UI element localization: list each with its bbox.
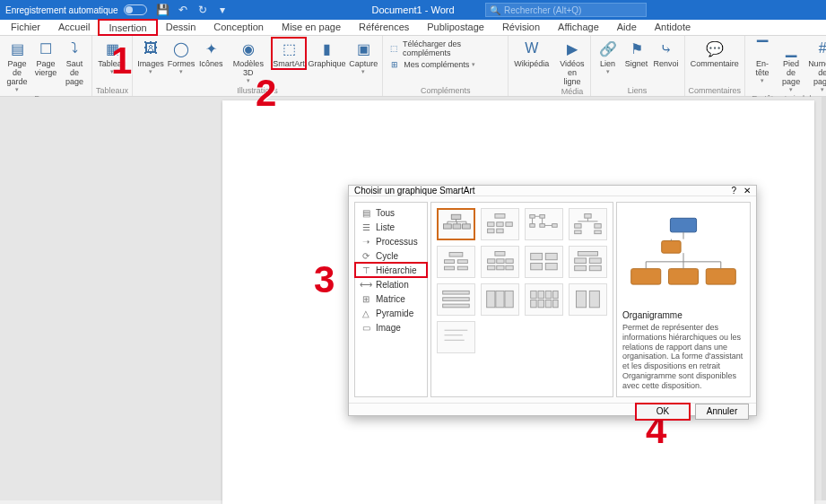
btn-get-addins[interactable]: ⬚Télécharger des compléments xyxy=(388,39,502,57)
svg-rect-30 xyxy=(595,230,601,234)
btn-3d-models[interactable]: ◉Modèles 3D xyxy=(226,38,270,85)
cat-cycle[interactable]: ⟳Cycle xyxy=(355,248,427,263)
search-icon: 🔍 xyxy=(490,5,500,15)
btn-comment[interactable]: 💬Commentaire xyxy=(689,38,741,69)
tab-publipostage[interactable]: Publipostage xyxy=(418,20,493,35)
autosave-toggle[interactable] xyxy=(124,4,147,15)
tab-accueil[interactable]: Accueil xyxy=(49,20,99,35)
svg-rect-34 xyxy=(445,267,455,271)
btn-my-addins[interactable]: ⊞Mes compléments xyxy=(388,58,475,71)
btn-images[interactable]: 🖼Images xyxy=(136,38,165,76)
btn-smartart[interactable]: ⬚SmartArt xyxy=(272,38,305,69)
btn-page-break[interactable]: ⤵Saut de page xyxy=(61,38,88,87)
btn-link[interactable]: 🔗Lien xyxy=(595,38,622,76)
layout-thumb[interactable] xyxy=(569,246,607,278)
ok-button[interactable]: OK xyxy=(636,404,690,420)
layout-thumb[interactable] xyxy=(525,283,563,316)
btn-footer[interactable]: ▁Pied de page xyxy=(778,38,804,94)
relation-icon: ⟷ xyxy=(361,279,371,290)
group-pages: ▤Page de garde ☐Page vierge ⤵Saut de pag… xyxy=(0,36,92,96)
btn-icons[interactable]: ✦Icônes xyxy=(197,38,224,69)
layout-thumb[interactable] xyxy=(437,246,475,278)
tab-aide[interactable]: Aide xyxy=(608,20,646,35)
dialog-close-icon[interactable]: ✕ xyxy=(743,186,751,196)
cat-hierarchy[interactable]: ⊤Hiérarchie xyxy=(355,263,427,277)
svg-rect-65 xyxy=(553,300,559,308)
btn-screenshot[interactable]: ▣Capture xyxy=(348,38,378,76)
layout-thumb[interactable] xyxy=(481,246,519,278)
btn-shapes[interactable]: ◯Formes xyxy=(167,38,196,76)
tab-antidote[interactable]: Antidote xyxy=(646,20,700,35)
pyramid-icon: △ xyxy=(361,308,371,318)
group-illustrations: 🖼Images ◯Formes ✦Icônes ◉Modèles 3D ⬚Sma… xyxy=(133,36,383,96)
cat-relation[interactable]: ⟷Relation xyxy=(355,277,427,291)
tab-dessin[interactable]: Dessin xyxy=(157,20,205,35)
shapes-icon: ◯ xyxy=(171,39,191,58)
svg-rect-52 xyxy=(443,291,470,295)
vertical-scrollbar[interactable] xyxy=(822,97,826,500)
autosave-label: Enregistrement automatique xyxy=(5,5,118,15)
layout-thumb[interactable] xyxy=(569,283,607,316)
btn-blank-page[interactable]: ☐Page vierge xyxy=(32,38,59,78)
qat-more-icon[interactable]: ▾ xyxy=(215,3,230,17)
btn-table[interactable]: ▦Tableau xyxy=(96,38,128,76)
cat-all[interactable]: ▤Tous xyxy=(355,205,427,220)
layout-thumb[interactable] xyxy=(569,208,607,240)
all-icon: ▤ xyxy=(361,207,371,218)
tab-conception[interactable]: Conception xyxy=(204,20,273,35)
btn-wikipedia[interactable]: WWikipédia xyxy=(512,38,551,69)
dialog-title: Choisir un graphique SmartArt xyxy=(354,186,475,196)
layout-thumb[interactable] xyxy=(481,283,519,316)
svg-rect-45 xyxy=(531,264,543,270)
layout-thumb[interactable] xyxy=(437,321,475,353)
svg-rect-67 xyxy=(589,291,599,308)
btn-online-video[interactable]: ▶Vidéos en ligne xyxy=(558,38,586,87)
layout-thumb[interactable] xyxy=(525,246,563,278)
redo-icon[interactable]: ↻ xyxy=(196,3,210,17)
btn-header[interactable]: ▔En-tête xyxy=(749,38,776,85)
layout-thumb[interactable] xyxy=(525,208,563,240)
cat-process[interactable]: ➝Processus xyxy=(355,234,427,248)
btn-cover-page[interactable]: ▤Page de garde xyxy=(4,38,30,94)
tab-references[interactable]: Références xyxy=(350,20,418,35)
dialog-help-icon[interactable]: ? xyxy=(731,186,736,196)
svg-rect-11 xyxy=(497,222,503,227)
tab-fichier[interactable]: Fichier xyxy=(2,20,49,35)
tab-insertion[interactable]: Insertion xyxy=(99,20,156,35)
svg-rect-41 xyxy=(497,266,504,271)
cat-list[interactable]: ☰Liste xyxy=(355,220,427,234)
comment-icon: 💬 xyxy=(705,39,725,58)
group-label-tables: Tableaux xyxy=(96,86,128,96)
cat-image[interactable]: ▭Image xyxy=(355,320,427,335)
btn-crossref[interactable]: ⤷Renvoi xyxy=(652,38,681,69)
images-icon: 🖼 xyxy=(141,39,161,58)
svg-rect-37 xyxy=(488,259,495,264)
tab-affichage[interactable]: Affichage xyxy=(549,20,608,35)
undo-icon[interactable]: ↶ xyxy=(176,3,190,17)
svg-rect-29 xyxy=(575,230,581,234)
ribbon: ▤Page de garde ☐Page vierge ⤵Saut de pag… xyxy=(0,36,826,97)
screenshot-icon: ▣ xyxy=(353,39,373,58)
tab-revision[interactable]: Révision xyxy=(493,20,549,35)
svg-rect-57 xyxy=(505,291,513,308)
preview-description: Permet de représenter des informations h… xyxy=(622,323,744,391)
svg-rect-46 xyxy=(545,264,557,270)
store-icon: ⬚ xyxy=(388,42,400,55)
tab-miseenpage[interactable]: Mise en page xyxy=(273,20,350,35)
btn-chart[interactable]: ▮Graphique xyxy=(308,38,346,69)
save-icon[interactable]: 💾 xyxy=(156,3,170,17)
layout-thumb[interactable] xyxy=(481,208,519,240)
link-icon: 🔗 xyxy=(598,39,618,58)
group-header-footer: ▔En-tête ▁Pied de page #Numéro de page E… xyxy=(745,36,826,96)
search-box[interactable]: 🔍 Rechercher (Alt+Q) xyxy=(485,3,647,17)
svg-rect-27 xyxy=(575,224,581,229)
layout-thumb[interactable] xyxy=(437,283,475,316)
cat-pyramid[interactable]: △Pyramide xyxy=(355,306,427,320)
smartart-icon: ⬚ xyxy=(279,39,299,58)
btn-bookmark[interactable]: ⚑Signet xyxy=(623,38,650,69)
header-icon: ▔ xyxy=(752,39,772,58)
cat-matrix[interactable]: ⊞Matrice xyxy=(355,291,427,306)
layout-thumb[interactable] xyxy=(437,208,475,240)
btn-pagenum[interactable]: #Numéro de page xyxy=(806,38,826,94)
cancel-button[interactable]: Annuler xyxy=(695,404,749,420)
